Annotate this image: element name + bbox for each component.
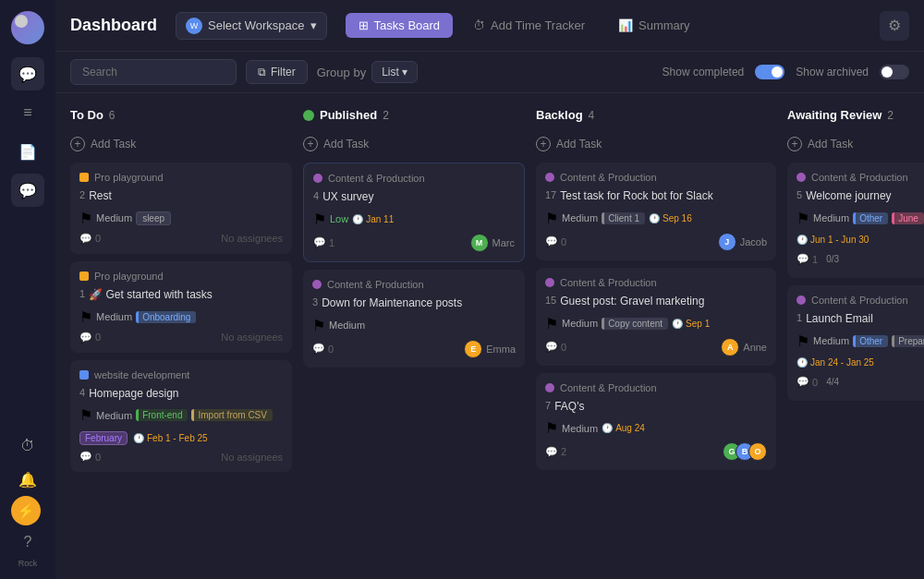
tab-summary[interactable]: 📊 Summary [605,13,703,38]
project-name: website development [94,369,189,380]
sidebar-item-clock[interactable]: ⏱ [11,429,44,463]
card-num: 2 [79,189,85,200]
no-assignees: No assignees [221,332,283,343]
avatar-jacob: J [718,233,736,251]
page-title: Dashboard [70,16,157,35]
workspace-selector[interactable]: W Select Workspace ▾ [176,12,327,40]
filter-label: Filter [271,66,296,78]
awaiting-add-task-button[interactable]: + Add Task [787,133,924,155]
settings-button[interactable]: ⚙ [880,11,909,41]
show-completed-toggle[interactable] [755,65,784,79]
column-published: Published 2 + Add Task Content & Product… [303,104,525,368]
tasks-board-icon: ⊞ [359,18,369,32]
card-title: Rest [89,188,112,204]
clock-icon: 🕐 [796,357,808,368]
comment-icon: 💬 [312,343,325,355]
date-badge: 🕐 Sep 16 [649,213,692,223]
card-num-title: 2 Rest [79,188,283,204]
filter-button[interactable]: ⧉ Filter [246,60,308,84]
card-backlog-1: Content & Production 17 Test task for Ro… [536,163,776,260]
card-title: Guest post: Gravel marketing [560,294,704,309]
tag-client: Client 1 [602,212,645,224]
tab-time-tracker[interactable]: ⏱ Add Time Tracker [460,13,598,38]
comment-num: 0 [328,344,334,355]
card-title: 🚀 Get started with tasks [89,287,213,303]
card-awaiting-2: Content & Production 1 Launch Email ⚑ Me… [787,285,924,401]
clock-icon: 🕐 [672,319,683,329]
comment-num: 1 [812,254,818,265]
search-input[interactable] [70,59,237,85]
show-archived-toggle[interactable] [880,65,909,79]
comment-count: 💬 0 [312,343,334,355]
card-project: Content & Production [545,172,767,183]
assignees: A Anne [721,338,767,356]
card-project: Content & Production [313,173,515,184]
chevron-down-icon: ▾ [402,66,407,78]
project-color-icon [79,271,89,281]
assignees: G B O [726,442,767,461]
date: Sep 16 [663,213,692,223]
date-badge: 🕐 Jan 24 - Jan 25 [796,357,874,368]
card-published-2: Content & Production 3 Down for Maintena… [303,270,525,368]
project-name: Content & Production [560,382,657,393]
comment-icon: 💬 [545,446,558,458]
flag-icon: ⚑ [79,210,92,227]
tag-sleep: sleep [136,211,171,225]
clock-icon: 🕐 [796,235,808,245]
flag-icon: ⚑ [79,406,92,424]
card-footer: 💬 0 No assignees [79,332,283,344]
comment-count: 💬 0 [79,233,101,245]
date-range: Jan 24 - Jan 25 [810,357,874,368]
card-project: Content & Production [545,382,767,393]
sidebar-item-help[interactable]: ? [11,525,44,559]
filter-icon: ⧉ [258,66,266,78]
card-title: FAQ's [554,399,584,415]
card-project: Pro playground [79,172,283,183]
avatar-3: O [748,442,767,461]
toolbar-right: Show completed Show archived [663,65,909,79]
assignee-name: Jacob [740,236,767,247]
card-num-title: 1 🚀 Get started with tasks [79,287,283,303]
workspace-label: Select Workspace [208,18,305,32]
card-meta: ⚑ Medium Other Preparation [796,332,924,350]
card-num: 4 [79,387,85,398]
published-add-task-button[interactable]: + Add Task [303,133,525,155]
card-title: Down for Maintenance posts [322,296,462,311]
tab-tasks-board[interactable]: ⊞ Tasks Board [346,13,454,38]
todo-add-task-button[interactable]: + Add Task [70,133,292,155]
card-backlog-3: Content & Production 7 FAQ's ⚑ Medium 🕐 … [536,373,776,471]
date-row: 🕐 Jan 24 - Jan 25 [796,357,924,368]
board: To Do 6 + Add Task Pro playground 2 Rest… [55,93,924,579]
assignee-name: Marc [492,237,515,248]
sidebar-item-list[interactable]: ≡ [11,96,44,129]
sidebar-user-label: Rock [11,559,44,568]
clock-icon: 🕐 [602,423,613,433]
header-tabs: ⊞ Tasks Board ⏱ Add Time Tracker 📊 Summa… [346,13,703,38]
sidebar-item-chat[interactable]: 💬 [11,57,44,90]
date-range: Feb 1 - Feb 25 [147,433,208,443]
backlog-add-task-button[interactable]: + Add Task [536,133,776,155]
sidebar-item-lightning[interactable]: ⚡ [11,496,41,525]
date-badge: 🕐 Feb 1 - Feb 25 [133,433,208,443]
column-published-header: Published 2 [303,104,525,126]
card-published-1: Content & Production 4 UX survey ⚑ Low 🕐… [303,163,525,262]
card-footer: 💬 1 0/3 T [796,250,924,269]
sidebar-item-doc[interactable]: 📄 [11,135,44,168]
group-by-select[interactable]: List ▾ [371,61,418,83]
card-project: website development [79,369,283,380]
flag-icon: ⚑ [312,317,325,334]
assignees: J Jacob [718,233,767,251]
card-num-title: 4 UX survey [313,189,515,205]
add-task-label: Add Task [91,138,136,151]
comment-num: 0 [812,377,818,388]
workspace-icon: W [186,18,202,34]
project-name: Content & Production [560,172,657,183]
sidebar-item-comment[interactable]: 💬 [11,174,44,207]
group-by-label: Group by [317,66,366,79]
card-title: Homepage design [89,386,178,402]
card-project: Pro playground [79,271,283,282]
date: Aug 24 [615,423,645,433]
column-awaiting-header: Awaiting Review 2 [787,104,924,126]
avatar[interactable] [11,11,44,44]
sidebar-item-bell[interactable]: 🔔 [11,463,44,496]
